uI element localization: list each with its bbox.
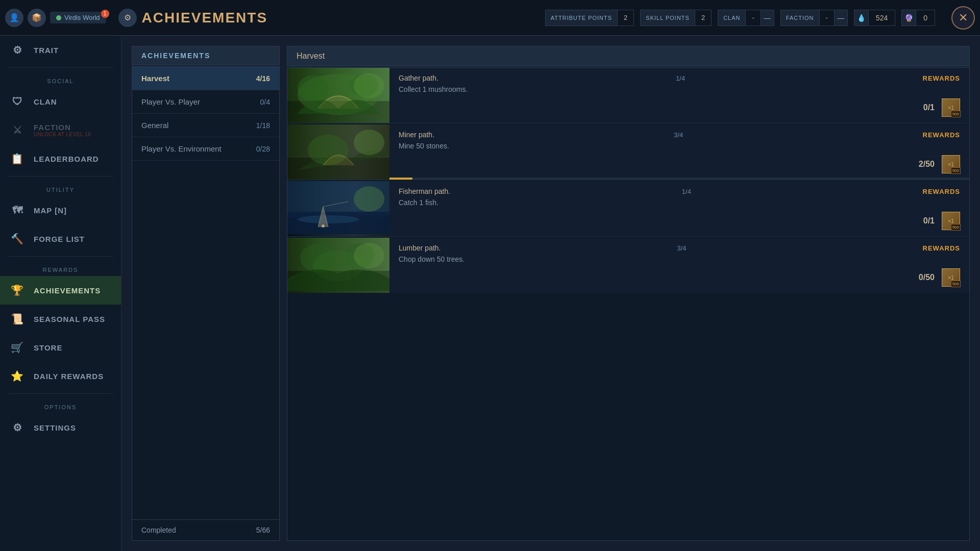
leaderboard-label: LEADERBOARD: [34, 155, 113, 163]
faction-sublabel: Unlock at level 10: [34, 132, 113, 137]
card-progress-fisherman: 0/1: [923, 216, 935, 226]
card-top-row-lumber: Lumber path. 3/4 REWARDS: [399, 244, 960, 252]
faction-button[interactable]: —: [834, 10, 847, 26]
card-image-fisherman: [287, 181, 389, 236]
sidebar: ⚙ TRAIT SOCIAL 🛡 CLAN ⚔ FACTION Unlock a…: [0, 36, 121, 551]
skill-points-value: 2: [695, 10, 711, 26]
faction-value: -: [820, 10, 834, 26]
reward-amount-miner: 500: [951, 167, 961, 174]
achievement-card-gather: Gather path. 1/4 REWARDS Collect 1 mushr…: [287, 68, 969, 123]
reward-amount-gather: 500: [951, 111, 961, 117]
achievement-cards: Gather path. 1/4 REWARDS Collect 1 mushr…: [287, 67, 970, 541]
store-icon: 🛒: [8, 338, 27, 357]
svg-point-2: [298, 76, 328, 101]
leaderboard-icon: 📋: [8, 149, 27, 168]
page-title: ACHIEVEMENTS: [142, 10, 267, 26]
sidebar-item-forgelist[interactable]: 🔨 FORGE LIST: [0, 224, 121, 253]
category-pvp[interactable]: Player Vs. Player 0/4: [132, 90, 279, 114]
options-section-label: OPTIONS: [0, 397, 121, 413]
settings-icon-sidebar: ⚙: [8, 418, 27, 437]
sidebar-item-leaderboard[interactable]: 📋 LEADERBOARD: [0, 144, 121, 173]
clan-button[interactable]: —: [761, 10, 774, 26]
currency1-icon: 💧: [854, 10, 869, 26]
currency2-amount: 0: [916, 14, 935, 22]
profile-icon[interactable]: 👤: [5, 9, 23, 27]
skill-points-box: SKILL POINTS 2: [640, 10, 712, 26]
sidebar-item-map[interactable]: 🗺 MAP [N]: [0, 196, 121, 224]
faction-box[interactable]: FACTION - —: [780, 10, 848, 26]
map-icon: 🗺: [8, 201, 27, 219]
divider3: [8, 256, 113, 257]
sidebar-item-trait[interactable]: ⚙ TRAIT: [0, 36, 121, 64]
sidebar-item-store[interactable]: 🛒 STORE: [0, 333, 121, 362]
sidebar-item-achievements[interactable]: 🏆 ACHIEVEMENTS: [0, 276, 121, 305]
card-content-fisherman: Fisherman path. 1/4 REWARDS Catch 1 fish…: [389, 181, 969, 236]
sidebar-item-dailyrewards[interactable]: ⭐ DAILY REWARDS: [0, 362, 121, 390]
category-harvest[interactable]: Harvest 4/16: [132, 67, 279, 90]
right-panel-header: Harvest: [287, 46, 970, 66]
card-image-lumber: [287, 238, 389, 293]
top-bar: 👤 📦 Virdis World 1 ⚙ ACHIEVEMENTS ATTRIB…: [0, 0, 980, 36]
card-title-gather: Gather path.: [399, 74, 438, 82]
category-harvest-label: Harvest: [141, 74, 169, 83]
map-label: MAP [N]: [34, 206, 113, 215]
rewards-label-lumber: REWARDS: [923, 244, 960, 252]
category-pvp-score: 0/4: [260, 98, 270, 106]
settings-label: SETTINGS: [34, 423, 113, 432]
inventory-icon[interactable]: 📦: [28, 9, 46, 27]
card-top-row-miner: Miner path. 3/4 REWARDS: [399, 131, 960, 139]
card-title-lumber: Lumber path.: [399, 244, 441, 252]
right-panel: Harvest: [287, 46, 970, 541]
currency2-box: 🔮 0: [901, 10, 935, 26]
category-list: Harvest 4/16 Player Vs. Player 0/4 Gener…: [132, 66, 280, 520]
reward-icon-gather: ×1 500: [942, 98, 960, 117]
clan-box[interactable]: CLAN - —: [718, 10, 774, 26]
card-description-miner: Mine 50 stones.: [399, 142, 960, 150]
currency1-amount: 524: [869, 14, 895, 22]
card-title-fisherman: Fisherman path.: [399, 187, 450, 195]
category-general[interactable]: General 1/18: [132, 114, 279, 137]
card-bottom-lumber: 0/50 ×1 500: [399, 268, 960, 287]
card-img-lumber: [287, 238, 389, 293]
sidebar-item-seasonalpass[interactable]: 📜 SEASONAL PASS: [0, 305, 121, 333]
completed-label: Completed: [141, 526, 176, 534]
svg-point-9: [322, 224, 325, 228]
top-left-icons: 👤 📦 Virdis World 1 ⚙: [5, 9, 137, 27]
category-pvp-label: Player Vs. Player: [141, 97, 200, 106]
category-pve-label: Player Vs. Environment: [141, 144, 222, 153]
clan-value: -: [746, 10, 760, 26]
settings-icon[interactable]: ⚙: [118, 9, 137, 27]
card-description-lumber: Chop down 50 trees.: [399, 255, 960, 263]
sidebar-item-clan[interactable]: 🛡 CLAN: [0, 87, 121, 116]
close-button[interactable]: ✕: [951, 6, 975, 30]
card-top-row-gather: Gather path. 1/4 REWARDS: [399, 74, 960, 82]
progress-fill-miner: [389, 178, 412, 180]
svg-rect-6: [287, 181, 389, 217]
card-progress-miner: 2/50: [919, 160, 935, 169]
card-title-miner: Miner path.: [399, 131, 434, 139]
achievement-card-fisherman: Fisherman path. 1/4 REWARDS Catch 1 fish…: [287, 181, 969, 237]
divider1: [8, 67, 113, 68]
category-general-score: 1/18: [256, 121, 270, 130]
faction-label: FACTION: [781, 10, 820, 26]
rewards-label-fisherman: REWARDS: [923, 188, 960, 195]
card-image-gather: [287, 68, 389, 123]
card-bottom-miner: 2/50 ×1 500: [399, 155, 960, 173]
world-tab[interactable]: Virdis World: [50, 12, 106, 23]
category-general-label: General: [141, 121, 168, 130]
clan-icon: 🛡: [8, 92, 27, 111]
card-bottom-gather: 0/1 ×1 500: [399, 98, 960, 117]
attribute-points-value: 2: [618, 10, 633, 26]
dailyrewards-icon: ⭐: [8, 367, 27, 385]
svg-point-3: [350, 74, 378, 97]
reward-icon-miner: ×1 500: [942, 155, 960, 173]
category-pve[interactable]: Player Vs. Environment 0/28: [132, 137, 279, 161]
category-pve-score: 0/28: [256, 145, 270, 153]
card-step-fisherman: 1/4: [682, 188, 691, 195]
card-bottom-fisherman: 0/1 ×1 500: [399, 212, 960, 230]
sidebar-item-settings[interactable]: ⚙ SETTINGS: [0, 413, 121, 442]
progress-bar-miner: [389, 178, 969, 180]
rewards-section-label: REWARDS: [0, 260, 121, 276]
trait-icon: ⚙: [8, 41, 27, 59]
world-name: Virdis World: [64, 14, 100, 21]
